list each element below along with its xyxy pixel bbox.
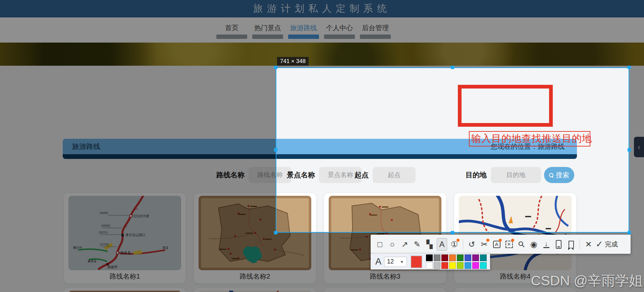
screenshot-toolbar: □○↗✎▚A①↺✂A✕⚲◉↓✕✓完成 (371, 235, 631, 254)
svg-text:聂荣县: 聂荣县 (88, 259, 97, 263)
step-number-tool[interactable]: ① (449, 238, 460, 251)
send-to-phone-button[interactable] (553, 238, 564, 251)
palette-color[interactable] (480, 262, 487, 269)
route-map-image (199, 291, 311, 292)
svg-text:109: 109 (133, 208, 138, 211)
ellipse-tool[interactable]: ○ (387, 238, 397, 251)
pin-button[interactable]: ⚲ (516, 238, 527, 251)
svg-text:[4700]: [4700] (100, 243, 109, 246)
collapse-side-tab[interactable]: ‹ (634, 137, 644, 157)
nav-tab-个人中心[interactable]: 个人中心 (324, 24, 355, 39)
save-button[interactable]: ↓ (541, 238, 551, 251)
palette-color[interactable] (480, 254, 487, 261)
cut-button[interactable]: ✂ (479, 238, 489, 251)
chevron-left-icon: ‹ (638, 142, 640, 152)
pencil-tool[interactable]: ✎ (412, 238, 422, 251)
selection-handle[interactable] (451, 231, 454, 234)
selection-handle[interactable] (274, 66, 277, 69)
palette-color[interactable] (441, 254, 448, 261)
palette-color[interactable] (472, 262, 479, 269)
nav-tab-label: 热门景点 (254, 24, 281, 32)
mosaic-tool[interactable]: ▚ (424, 238, 435, 251)
route-card-title: 路线名称3 (329, 270, 441, 282)
selection-size-label: 741 × 348 (277, 57, 309, 66)
svg-text:(4680): (4680) (100, 211, 108, 215)
route-card[interactable] (194, 288, 316, 292)
route-card[interactable] (64, 288, 186, 292)
selection-handle[interactable] (274, 231, 277, 234)
confirm-button[interactable]: ✓完成 (596, 239, 618, 249)
nav-tab-underline (216, 35, 247, 39)
selection-handle[interactable] (451, 66, 454, 69)
svg-text:(5231): (5231) (99, 231, 108, 234)
text-tool[interactable]: A (437, 238, 447, 251)
palette-color[interactable] (426, 254, 433, 261)
screenshot-selection-region[interactable] (276, 67, 629, 233)
route-map-image: (4680) 沱沱河大桥 [4893] (5231) 唐古拉山垭口 [4700]… (68, 196, 181, 270)
font-size-value: 12 (387, 258, 394, 265)
nav-tab-label: 旅游路线 (290, 24, 317, 32)
selection-handle[interactable] (628, 148, 631, 152)
palette-color[interactable] (449, 254, 456, 261)
palette-color[interactable] (472, 254, 479, 261)
palette-color[interactable] (457, 262, 464, 269)
app-title: 旅游计划私人定制系统 (253, 2, 391, 15)
dropdown-arrow-icon: ▼ (400, 260, 404, 264)
route-card[interactable] (324, 288, 446, 292)
nav-tab-首页[interactable]: 首页 (216, 24, 247, 39)
palette-color[interactable] (465, 262, 471, 269)
route-card-title: 路线名称1 (68, 270, 181, 282)
red-text-annotation[interactable]: 输入目的地查找推送目的地 (469, 131, 590, 147)
nav-tab-热门景点[interactable]: 热门景点 (252, 24, 283, 39)
route-map-image (68, 291, 181, 292)
toolbar-separator (463, 239, 463, 249)
palette-color[interactable] (434, 254, 440, 261)
svg-text:[4893]: [4893] (102, 224, 110, 227)
csdn-watermark: CSDN @辛雨学姐 (531, 272, 643, 290)
nav-tab-旅游路线[interactable]: 旅游路线 (288, 24, 319, 39)
selection-handle[interactable] (628, 66, 631, 69)
palette-color[interactable] (457, 254, 464, 261)
palette-color[interactable] (441, 262, 448, 269)
red-rectangle-annotation (458, 85, 553, 127)
svg-text:唐古拉山垭口: 唐古拉山垭口 (125, 233, 145, 237)
notification-dot (499, 239, 502, 242)
svg-text:索县: 索县 (163, 246, 169, 249)
route-card[interactable]: (4680) 沱沱河大桥 [4893] (5231) 唐古拉山垭口 [4700]… (64, 193, 186, 283)
nav-tab-label: 首页 (225, 24, 238, 32)
nav-tab-label: 后台管理 (362, 24, 389, 32)
record-button[interactable]: ◉ (529, 238, 539, 251)
palette-color[interactable] (449, 262, 456, 269)
palette-color[interactable] (465, 254, 471, 261)
selection-handle[interactable] (628, 231, 631, 234)
color-palette (426, 254, 487, 269)
nav-tab-underline (360, 35, 391, 39)
screen: 旅游计划私人定制系统 首页热门景点旅游路线个人中心后台管理 旅游路线 您现在的位… (0, 0, 644, 292)
nav-tab-label: 个人中心 (326, 24, 353, 32)
cancel-button[interactable]: ✕ (583, 238, 594, 251)
notification-dot (457, 239, 460, 242)
undo-button[interactable]: ↺ (467, 238, 477, 251)
route-card-title: 路线名称2 (199, 270, 311, 282)
resize-button[interactable]: ✕ (504, 238, 514, 251)
svg-text:安多县: 安多县 (120, 251, 131, 255)
current-color-swatch[interactable] (411, 255, 422, 268)
palette-color[interactable] (434, 262, 440, 269)
font-size-select[interactable]: 12 ▼ (384, 257, 407, 267)
ocr-button[interactable]: A (491, 238, 502, 251)
rectangle-tool[interactable]: □ (375, 238, 385, 251)
filter-label: 路线名称 (216, 170, 245, 180)
main-nav: 首页热门景点旅游路线个人中心后台管理 (0, 17, 644, 43)
arrow-tool[interactable]: ↗ (399, 238, 410, 251)
check-icon: ✓ (596, 239, 603, 249)
nav-tabs: 首页热门景点旅游路线个人中心后台管理 (216, 24, 391, 39)
bookmark-button[interactable] (566, 238, 576, 251)
svg-text:雁石坪: 雁石坪 (73, 246, 82, 249)
nav-tab-后台管理[interactable]: 后台管理 (360, 24, 391, 39)
text-style-panel: A 12 ▼ (371, 254, 490, 270)
confirm-label: 完成 (605, 240, 618, 249)
svg-text:92: 92 (124, 225, 127, 228)
selection-handle[interactable] (274, 148, 277, 152)
route-map-image (459, 291, 572, 292)
palette-color[interactable] (426, 262, 433, 269)
